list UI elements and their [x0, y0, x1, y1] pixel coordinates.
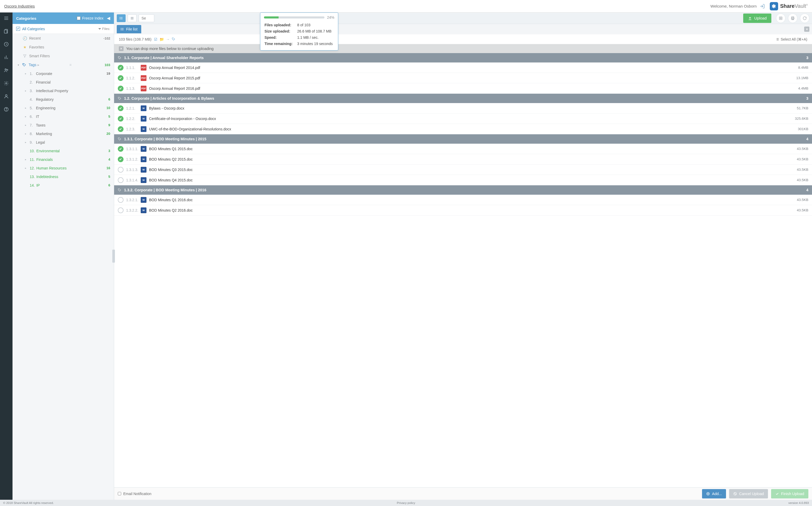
activity-icon[interactable]: [3, 41, 9, 48]
folder-icon[interactable]: 📁: [159, 37, 164, 41]
file-row[interactable]: ✔1.1.2.PDFOscorp Annual Report 2015.pdf1…: [114, 73, 812, 83]
tag-item[interactable]: ▸9.Legal: [12, 138, 114, 147]
file-row[interactable]: ✔1.2.2.WCertificate-of-Incorporation - O…: [114, 113, 812, 124]
stat-value: 1.1 MB / sec.: [297, 34, 334, 40]
users-icon[interactable]: [3, 67, 9, 73]
section-header[interactable]: 1.2. Corporate | Articles of Incorporati…: [114, 94, 812, 103]
upload-done-icon: ✔: [118, 86, 124, 91]
section-header[interactable]: 1.1. Corporate | Annual Shareholder Repo…: [114, 53, 812, 63]
chevron-right-icon: ▸: [25, 141, 28, 144]
freeze-index-toggle[interactable]: Freeze Index: [77, 16, 104, 20]
section-header[interactable]: 1.3.2. Corporate | BOD Meeting Minutes |…: [114, 185, 812, 195]
file-index: 1.3.1.4.: [126, 178, 141, 182]
upload-pending-icon: [118, 197, 124, 203]
tag-small-icon[interactable]: [172, 37, 176, 41]
doc-file-icon: W: [141, 167, 146, 173]
checked-box-icon[interactable]: ☑: [154, 37, 157, 41]
upload-done-icon: ✔: [118, 156, 124, 162]
org-name-link[interactable]: Oscorp Industries: [4, 4, 35, 8]
tag-icon: [118, 188, 122, 192]
arrow-right-icon: →: [166, 37, 170, 41]
upload-done-icon: ✔: [118, 105, 124, 111]
tag-item[interactable]: ▸6.IT5: [12, 112, 114, 121]
drag-handle-icon[interactable]: ≡: [69, 63, 72, 67]
tag-item[interactable]: ▸7.Taxes9: [12, 121, 114, 130]
file-row[interactable]: ✔1.1.1.PDFOscorp Annual Report 2014.pdf8…: [114, 63, 812, 73]
email-notification-toggle[interactable]: Email Notification: [118, 492, 151, 496]
sidebar-favorites[interactable]: ★ Favorites: [12, 43, 114, 52]
content-area: Upload File list ✕ 103 files (108.: [114, 12, 812, 500]
stat-label: Speed:: [265, 34, 297, 40]
file-row[interactable]: ✔1.2.3.WUWC-of-the-BOD-Organizational-Re…: [114, 124, 812, 134]
file-row[interactable]: ✔1.3.1.2.WBOD Minutes Q2 2015.doc43.5KB: [114, 154, 812, 165]
tag-item[interactable]: ▸3.Intellectual Property: [12, 86, 114, 95]
tag-item[interactable]: ▸11.Financials4: [12, 155, 114, 164]
search-input-wrapper[interactable]: [139, 14, 154, 22]
reports-icon[interactable]: [3, 54, 9, 60]
file-name: BOD Minutes Q1 2015.doc: [149, 147, 797, 151]
svg-rect-27: [780, 17, 782, 19]
export-button[interactable]: [776, 13, 786, 23]
file-size: 301KB: [798, 127, 808, 131]
list-icon: [120, 27, 124, 31]
file-row[interactable]: ✔1.3.1.1.WBOD Minutes Q1 2015.doc43.5KB: [114, 144, 812, 154]
nav-rail: [0, 12, 12, 500]
resize-grip[interactable]: [112, 250, 115, 263]
stat-label: Size uploaded:: [265, 28, 297, 34]
tag-item[interactable]: 13.Indebtedness5: [12, 172, 114, 181]
tag-item[interactable]: ▸5.Engineering10: [12, 104, 114, 112]
profile-icon[interactable]: [3, 93, 9, 99]
section-header[interactable]: 1.3.1. Corporate | BOD Meeting Minutes |…: [114, 134, 812, 144]
hamburger-icon[interactable]: [3, 15, 9, 21]
compact-view-button[interactable]: [128, 14, 137, 22]
refresh-button[interactable]: [800, 13, 809, 23]
file-row[interactable]: 1.3.2.1.WBOD Minutes Q1 2016.doc43.5KB: [114, 195, 812, 205]
star-icon: ★: [22, 45, 27, 49]
file-row[interactable]: ✔1.2.1.WBylaws - Oscorp.docx51.7KB: [114, 103, 812, 113]
print-button[interactable]: [788, 13, 797, 23]
settings-icon[interactable]: [3, 80, 9, 86]
list-view-button[interactable]: [117, 14, 126, 22]
file-row[interactable]: 1.3.1.3.WBOD Minutes Q3 2015.doc43.5KB: [114, 165, 812, 175]
documents-icon[interactable]: [3, 28, 9, 34]
docx-file-icon: W: [141, 126, 146, 132]
file-index: 1.1.3.: [126, 86, 141, 91]
tag-item[interactable]: ▸8.Marketing20: [12, 130, 114, 138]
tag-item[interactable]: 2.Financial: [12, 78, 114, 86]
help-icon[interactable]: [3, 106, 9, 112]
finish-upload-button[interactable]: Finish Upload: [771, 489, 808, 498]
file-list[interactable]: 1.1. Corporate | Annual Shareholder Repo…: [114, 53, 812, 487]
close-tab-button[interactable]: ✕: [804, 26, 809, 32]
tag-item[interactable]: 4.Regulatory6: [12, 95, 114, 104]
sidebar-tags-header[interactable]: ▾ Tags ▸ ≡ 103: [12, 60, 114, 69]
all-categories-row[interactable]: ✔ All Categories Files:: [12, 24, 114, 34]
tag-item[interactable]: 10.Environmental3: [12, 147, 114, 155]
tag-item[interactable]: 14.IP6: [12, 181, 114, 189]
file-row[interactable]: 1.3.1.4.WBOD Minutes Q4 2015.doc43.5KB: [114, 175, 812, 185]
privacy-link[interactable]: Privacy policy: [397, 501, 415, 504]
file-row[interactable]: 1.3.2.2.WBOD Minutes Q2 2016.doc43.5KB: [114, 205, 812, 216]
tag-item[interactable]: ▸1.Corporate19: [12, 69, 114, 78]
chevron-right-icon: ▸: [25, 158, 28, 161]
sidebar-recent[interactable]: 🕘 Recent -102: [12, 34, 114, 43]
cancel-upload-button[interactable]: Cancel Upload: [729, 489, 768, 498]
tab-file-list[interactable]: File list: [117, 25, 141, 33]
sidebar-smart-filters[interactable]: Smart Filters: [12, 52, 114, 60]
add-button[interactable]: Add...: [702, 489, 726, 498]
file-row[interactable]: ✔1.1.3.PDFOscorp Annual Report 2016.pdf4…: [114, 83, 812, 94]
svg-point-35: [121, 29, 121, 29]
chevron-right-icon: ▸: [25, 89, 28, 92]
all-categories-checkbox[interactable]: ✔: [16, 27, 20, 31]
footer: © 2018 ShareVault All rights reserved. P…: [0, 500, 812, 506]
svg-point-11: [6, 83, 7, 84]
logout-icon[interactable]: [759, 3, 765, 9]
upload-button[interactable]: Upload: [743, 13, 771, 23]
select-all-button[interactable]: Select All (⌘+A): [775, 37, 807, 41]
dismiss-hint-button[interactable]: ✕: [119, 46, 124, 51]
files-sort[interactable]: Files:: [98, 27, 110, 31]
svg-point-36: [121, 30, 121, 30]
file-index: 1.3.1.3.: [126, 168, 141, 172]
search-input[interactable]: [141, 16, 152, 20]
collapse-sidebar-icon[interactable]: ◀: [107, 16, 110, 20]
tag-item[interactable]: ▸12.Human Resources16: [12, 164, 114, 172]
